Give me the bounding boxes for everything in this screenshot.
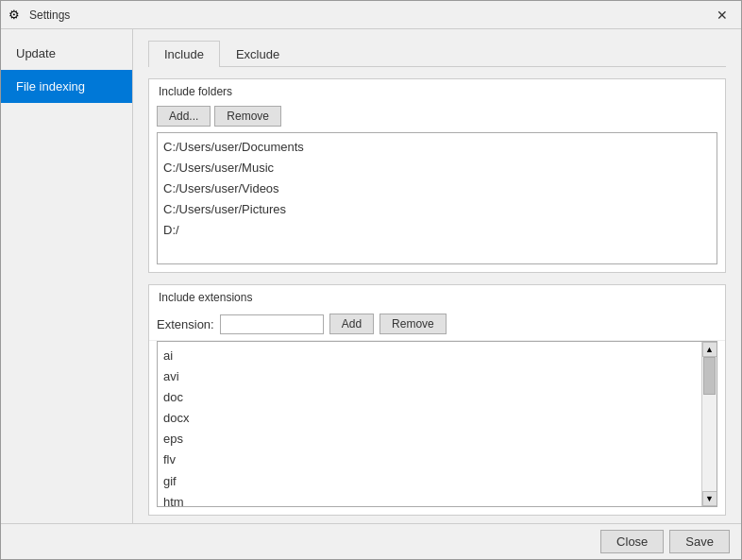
- folder-item-4[interactable]: C:/Users/user/Pictures: [163, 199, 711, 220]
- save-button[interactable]: Save: [669, 530, 730, 553]
- folder-item-2[interactable]: C:/Users/user/Music: [163, 158, 711, 178]
- scrollbar-track-area: [702, 357, 717, 491]
- sidebar-item-update-label: Update: [16, 46, 56, 60]
- ext-item-docx[interactable]: docx: [163, 408, 696, 429]
- scrollbar-down-button[interactable]: ▼: [702, 491, 717, 506]
- remove-folder-button[interactable]: Remove: [214, 106, 281, 127]
- include-folders-section: Include folders Add... Remove C:/Users/u…: [148, 78, 726, 273]
- include-extensions-title: Include extensions: [149, 285, 725, 308]
- scrollbar-up-button[interactable]: ▲: [702, 342, 717, 357]
- window-body: Update File indexing Include Exclude Inc…: [1, 29, 741, 523]
- title-bar: ⚙ Settings ✕: [1, 1, 741, 29]
- remove-extension-button[interactable]: Remove: [379, 314, 447, 334]
- ext-item-eps[interactable]: eps: [163, 429, 696, 450]
- scrollbar-thumb[interactable]: [703, 357, 716, 395]
- scrollbar[interactable]: ▲ ▼: [701, 342, 717, 506]
- include-folders-toolbar: Add... Remove: [149, 102, 725, 132]
- ext-item-avi[interactable]: avi: [163, 366, 696, 387]
- close-button[interactable]: Close: [600, 530, 664, 553]
- sidebar-item-file-indexing[interactable]: File indexing: [1, 70, 132, 103]
- sidebar: Update File indexing: [1, 29, 133, 523]
- folder-item-3[interactable]: C:/Users/user/Videos: [163, 178, 711, 199]
- sidebar-item-file-indexing-label: File indexing: [16, 79, 85, 93]
- folder-item-1[interactable]: C:/Users/user/Documents: [163, 137, 711, 158]
- tab-include[interactable]: Include: [148, 41, 220, 67]
- tabs: Include Exclude: [148, 41, 726, 67]
- window-icon: ⚙: [8, 8, 24, 23]
- ext-item-doc[interactable]: doc: [163, 387, 696, 408]
- add-folder-button[interactable]: Add...: [157, 106, 211, 127]
- extension-input[interactable]: [220, 314, 324, 334]
- extension-list-container: ai avi doc docx eps flv gif htm ▲: [157, 341, 717, 507]
- extension-list: ai avi doc docx eps flv gif htm: [158, 342, 701, 506]
- ext-item-flv[interactable]: flv: [163, 450, 696, 470]
- folder-item-5[interactable]: D:/: [163, 220, 711, 241]
- extension-label: Extension:: [157, 317, 214, 331]
- sidebar-item-update[interactable]: Update: [1, 37, 132, 70]
- include-extensions-section: Include extensions Extension: Add Remove…: [148, 284, 726, 516]
- settings-window: ⚙ Settings ✕ Update File indexing Includ…: [0, 0, 742, 560]
- window-title: Settings: [29, 8, 711, 22]
- ext-item-gif[interactable]: gif: [163, 471, 696, 492]
- extension-toolbar: Extension: Add Remove: [149, 308, 725, 341]
- tab-exclude[interactable]: Exclude: [220, 41, 295, 67]
- footer: Close Save: [1, 523, 741, 559]
- ext-item-ai[interactable]: ai: [163, 346, 696, 366]
- include-folders-title: Include folders: [149, 79, 725, 102]
- add-extension-button[interactable]: Add: [329, 314, 374, 334]
- close-window-button[interactable]: ✕: [711, 4, 734, 26]
- ext-item-htm[interactable]: htm: [163, 492, 696, 506]
- folder-list: C:/Users/user/Documents C:/Users/user/Mu…: [157, 132, 717, 264]
- main-content: Include Exclude Include folders Add... R…: [133, 29, 741, 523]
